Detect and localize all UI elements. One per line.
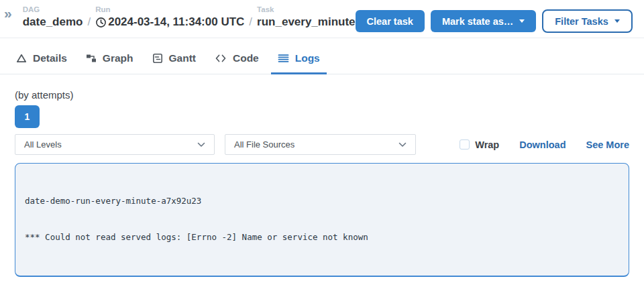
caret-down-icon	[614, 19, 620, 23]
file-source-select[interactable]: All File Sources	[225, 134, 416, 155]
breadcrumb-separator: /	[83, 15, 95, 29]
breadcrumb: DAG date_demo / Run 2024-03-14, 11:34:00…	[23, 5, 356, 29]
attempts-caption: (by attempts)	[15, 89, 629, 101]
filter-tasks-label: Filter Tasks	[555, 16, 608, 27]
wrap-label: Wrap	[475, 139, 499, 150]
run-timestamp: 2024-03-14, 11:34:00 UTC	[108, 15, 244, 29]
tab-details[interactable]: Details	[9, 47, 74, 74]
tab-graph[interactable]: Graph	[79, 47, 140, 74]
tab-graph-label: Graph	[103, 52, 133, 64]
mark-state-as-label: Mark state as…	[442, 16, 513, 27]
breadcrumb-task-value[interactable]: run_every_minute	[257, 15, 355, 29]
tab-logs-label: Logs	[295, 52, 320, 64]
caret-down-icon	[519, 19, 525, 23]
log-level-select-value: All Levels	[24, 139, 62, 150]
double-chevron-right-icon[interactable]: »	[4, 7, 12, 19]
tab-details-label: Details	[33, 52, 67, 64]
tab-logs[interactable]: Logs	[271, 47, 327, 74]
log-filters-row: All Levels All File Sources Wrap Downloa…	[15, 134, 629, 155]
clock-icon	[95, 17, 107, 28]
breadcrumb-dag[interactable]: DAG date_demo	[23, 5, 83, 29]
log-lines-icon	[278, 53, 289, 64]
breadcrumb-task[interactable]: Task run_every_minute	[257, 5, 355, 29]
clear-task-label: Clear task	[367, 16, 413, 27]
logs-panel: (by attempts) 1 All Levels All File Sour…	[0, 89, 644, 277]
tab-gantt[interactable]: Gantt	[146, 47, 203, 74]
file-source-select-value: All File Sources	[234, 139, 294, 150]
log-level-select[interactable]: All Levels	[15, 134, 215, 155]
mark-state-as-button[interactable]: Mark state as…	[431, 10, 536, 32]
log-line: date-demo-run-every-minute-a7x92u23	[25, 195, 619, 207]
breadcrumb-separator: /	[244, 15, 257, 29]
tab-code-label: Code	[233, 52, 259, 64]
breadcrumb-run-value[interactable]: 2024-03-14, 11:34:00 UTC	[95, 15, 244, 29]
breadcrumb-run-label: Run	[95, 5, 244, 14]
tab-gantt-label: Gantt	[169, 52, 196, 64]
log-output-box: date-demo-run-every-minute-a7x92u23 *** …	[15, 163, 629, 277]
wrap-toggle[interactable]: Wrap	[460, 139, 499, 150]
see-more-link[interactable]: See More	[586, 139, 629, 150]
clear-task-button[interactable]: Clear task	[356, 10, 425, 32]
chevron-down-icon	[398, 139, 407, 150]
download-link[interactable]: Download	[519, 139, 566, 150]
code-brackets-icon	[215, 53, 227, 64]
tab-bar: Details Graph Gantt Code	[0, 47, 644, 74]
breadcrumb-dag-label: DAG	[23, 5, 83, 14]
breadcrumb-run[interactable]: Run 2024-03-14, 11:34:00 UTC	[95, 5, 244, 29]
task-instance-header: » DAG date_demo / Run 2024-03-14, 11:34:…	[0, 0, 644, 38]
breadcrumb-task-label: Task	[257, 5, 355, 14]
filter-tasks-button[interactable]: Filter Tasks	[542, 9, 633, 33]
header-actions: Clear task Mark state as… Filter Tasks	[356, 5, 633, 33]
wrap-checkbox[interactable]	[460, 139, 470, 150]
gantt-chart-icon	[152, 53, 163, 64]
log-line: *** Could not read served logs: [Errno -…	[25, 231, 619, 243]
chevron-down-icon	[197, 139, 205, 150]
graph-icon	[86, 53, 97, 64]
breadcrumb-dag-value[interactable]: date_demo	[23, 15, 83, 29]
triangle-details-icon	[16, 53, 27, 64]
tab-code[interactable]: Code	[208, 47, 266, 74]
attempt-1-button[interactable]: 1	[15, 105, 40, 128]
